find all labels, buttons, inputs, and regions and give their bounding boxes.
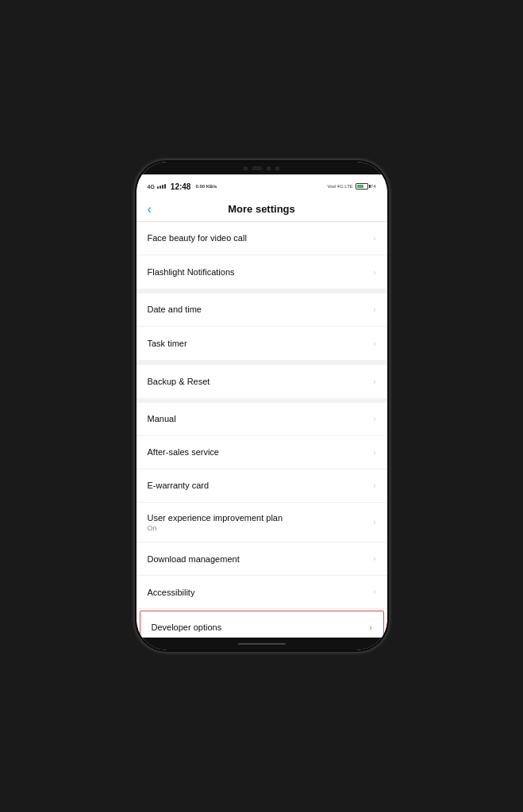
chevron-icon-flashlight: › — [373, 268, 375, 277]
list-item-flashlight[interactable]: Flashlight Notifications › — [137, 255, 387, 289]
list-item-face-beauty-content: Face beauty for video call — [148, 232, 369, 243]
battery-icon — [356, 183, 368, 190]
developer-options-label: Developer options — [152, 622, 365, 633]
chevron-icon-accessibility: › — [373, 588, 375, 596]
screen-body: ‹ More settings Face beauty for video ca… — [137, 197, 387, 638]
camera-sensor — [252, 167, 262, 170]
list-item-user-experience[interactable]: User experience improvement plan On › — [137, 503, 387, 542]
user-experience-sublabel: On — [148, 524, 369, 532]
section-4: Manual › After-sales service › — [137, 403, 387, 638]
home-indicator — [238, 643, 286, 645]
date-time-label: Date and time — [148, 304, 369, 315]
chevron-icon-task-timer: › — [373, 339, 375, 348]
list-item-date-time[interactable]: Date and time › — [137, 293, 387, 327]
list-item-accessibility-content: Accessibility — [148, 587, 369, 598]
signal-bar-3 — [162, 185, 163, 189]
list-item-manual[interactable]: Manual › — [137, 403, 387, 436]
after-sales-label: After-sales service — [148, 446, 369, 458]
face-beauty-label: Face beauty for video call — [148, 232, 369, 243]
data-speed: 0.00 KB/s — [195, 184, 217, 189]
chevron-icon-download: › — [373, 554, 375, 563]
status-bar: 4G 12:48 0.00 KB/s Vod 4G LTE 74 — [137, 174, 387, 197]
signal-bar-4 — [164, 184, 166, 189]
list-item-download-content: Download management — [148, 553, 369, 565]
chevron-icon-e-warranty: › — [373, 481, 375, 490]
chevron-icon-manual: › — [373, 415, 375, 423]
screen: 4G 12:48 0.00 KB/s Vod 4G LTE 74 — [137, 162, 387, 650]
list-item-backup-content: Backup & Reset — [148, 376, 369, 387]
chevron-icon-backup: › — [373, 377, 375, 386]
user-experience-label: User experience improvement plan — [148, 512, 369, 523]
list-item-flashlight-content: Flashlight Notifications — [148, 266, 369, 278]
chevron-icon-date-time: › — [373, 305, 375, 314]
list-item-after-sales-content: After-sales service — [148, 446, 369, 458]
task-timer-label: Task timer — [148, 338, 369, 349]
status-right: Vod 4G LTE 74 — [328, 183, 376, 190]
flashlight-label: Flashlight Notifications — [148, 266, 369, 278]
list-item-user-exp-content: User experience improvement plan On — [148, 512, 369, 532]
page-header: ‹ More settings — [137, 197, 387, 222]
list-item-date-time-content: Date and time — [148, 304, 369, 315]
battery-pct: 74 — [371, 184, 376, 189]
status-time: 12:48 — [171, 182, 191, 191]
list-item-backup-reset[interactable]: Backup & Reset › — [137, 365, 387, 398]
manual-label: Manual — [148, 413, 369, 424]
list-item-face-beauty[interactable]: Face beauty for video call › — [137, 222, 387, 255]
settings-list: Face beauty for video call › Flashlight … — [137, 222, 387, 638]
backup-reset-label: Backup & Reset — [148, 376, 369, 387]
camera-dot-left — [244, 167, 248, 170]
chevron-icon-developer: › — [369, 623, 371, 632]
back-button[interactable]: ‹ — [148, 202, 152, 216]
accessibility-label: Accessibility — [148, 587, 369, 598]
list-item-task-timer[interactable]: Task timer › — [137, 327, 387, 360]
list-item-e-warranty-content: E-warranty card — [148, 480, 369, 491]
camera-dot-right — [267, 167, 271, 170]
section-3: Backup & Reset › — [137, 365, 387, 398]
signal-bars — [157, 184, 166, 189]
section-1: Face beauty for video call › Flashlight … — [137, 222, 387, 289]
battery-fill — [357, 185, 363, 188]
phone-frame: 4G 12:48 0.00 KB/s Vod 4G LTE 74 — [135, 160, 389, 652]
list-item-task-timer-content: Task timer — [148, 338, 369, 349]
list-item-e-warranty[interactable]: E-warranty card › — [137, 469, 387, 503]
section-2: Date and time › Task timer › — [137, 293, 387, 360]
status-left: 4G 12:48 0.00 KB/s — [148, 182, 217, 191]
signal-label: 4G — [148, 184, 155, 190]
list-item-developer-options[interactable]: Developer options › — [140, 611, 384, 638]
signal-bar-1 — [157, 186, 159, 189]
list-item-accessibility[interactable]: Accessibility › — [137, 576, 387, 609]
chevron-icon-after-sales: › — [373, 448, 375, 457]
e-warranty-label: E-warranty card — [148, 480, 369, 491]
chevron-icon-user-exp: › — [373, 518, 375, 527]
top-camera — [137, 162, 387, 174]
download-mgmt-label: Download management — [148, 553, 369, 565]
list-item-download-mgmt[interactable]: Download management › — [137, 542, 387, 576]
list-item-after-sales[interactable]: After-sales service › — [137, 436, 387, 469]
chevron-icon-face-beauty: › — [373, 234, 375, 243]
camera-dot-far — [275, 167, 279, 170]
list-item-manual-content: Manual — [148, 413, 369, 424]
carrier-label: Vod 4G LTE — [328, 184, 353, 189]
phone-inner: 4G 12:48 0.00 KB/s Vod 4G LTE 74 — [137, 162, 387, 650]
page-title: More settings — [148, 203, 376, 215]
signal-bar-2 — [160, 186, 161, 189]
bottom-bar — [137, 638, 387, 650]
list-item-developer-content: Developer options — [152, 622, 365, 633]
